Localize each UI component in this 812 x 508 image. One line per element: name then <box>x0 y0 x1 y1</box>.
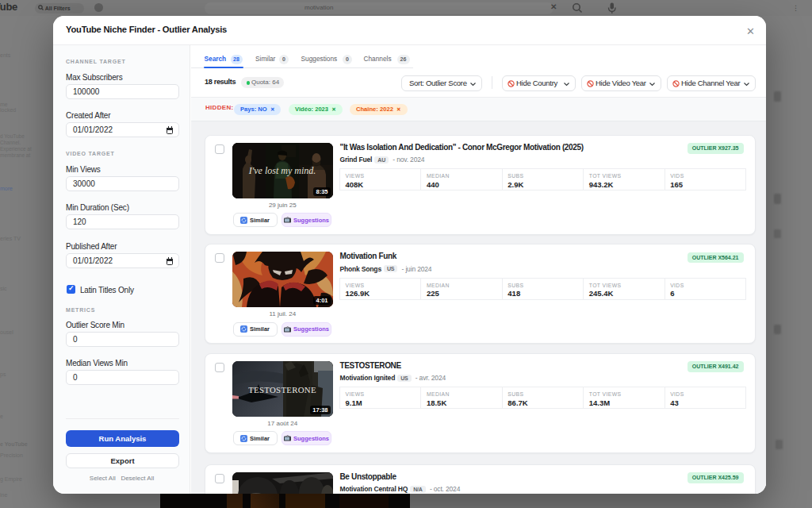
svg-text:I've lost my mind.: I've lost my mind. <box>248 164 316 175</box>
svg-text:TESTOSTERONE: TESTOSTERONE <box>248 384 316 394</box>
